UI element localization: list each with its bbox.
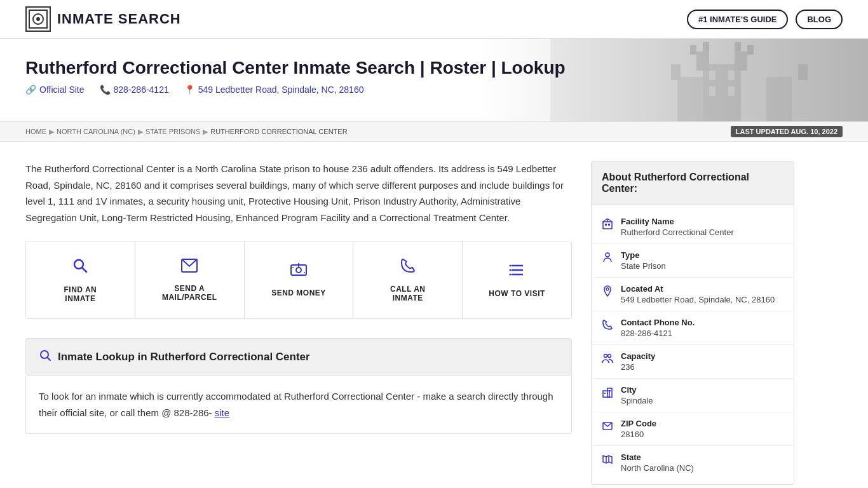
- logo-area: INMATE SEARCH: [25, 6, 181, 32]
- city-content: City Spindale: [621, 385, 653, 405]
- money-icon: [290, 262, 308, 282]
- sidebar-row-phone: Contact Phone No. 828-286-4121: [592, 311, 794, 345]
- logo-svg: [28, 9, 48, 29]
- city-label: City: [621, 385, 653, 395]
- right-sidebar: About Rutherford Correctional Center: Fa…: [591, 161, 794, 485]
- address-info: 📍 549 Ledbetter Road, Spindale, NC, 2816…: [184, 85, 364, 95]
- city-icon: [602, 386, 614, 400]
- facility-name-label: Facility Name: [621, 217, 734, 226]
- svg-rect-44: [603, 391, 609, 397]
- phone-info: 📞 828-286-4121: [100, 85, 169, 95]
- location-label: Located At: [621, 284, 775, 294]
- logo-text: INMATE SEARCH: [57, 11, 181, 27]
- capacity-content: Capacity 236: [621, 351, 655, 372]
- sidebar-card: About Rutherford Correctional Center: Fa…: [591, 161, 794, 485]
- header: INMATE SEARCH #1 INMATE'S GUIDE BLOG: [0, 0, 868, 39]
- search-icon: [71, 257, 89, 279]
- hero-section: Rutherford Correctional Center Inmate Se…: [0, 39, 868, 121]
- person-icon: [602, 252, 614, 266]
- lookup-search-icon: [39, 349, 51, 365]
- breadcrumb-state-prisons[interactable]: STATE PRISONS: [146, 128, 200, 135]
- breadcrumb-sep-3: ▶: [203, 128, 208, 136]
- location-value: 549 Ledbetter Road, Spindale, NC, 28160: [621, 295, 775, 304]
- find-inmate-card[interactable]: FIND ANINMATE: [26, 241, 135, 318]
- send-mail-label: SEND AMAIL/PARCEL: [162, 284, 217, 302]
- mail-zip-icon: [602, 420, 614, 434]
- zip-content: ZIP Code 28160: [621, 419, 656, 439]
- link-icon: 🔗: [25, 85, 36, 95]
- svg-rect-48: [609, 390, 611, 391]
- state-label: State: [621, 452, 694, 462]
- sidebar-row-state: State North Carolina (NC): [592, 446, 794, 479]
- main-content: The Rutherford Correctional Center is a …: [0, 142, 868, 488]
- phone-content: Contact Phone No. 828-286-4121: [621, 318, 695, 338]
- svg-rect-46: [604, 393, 606, 394]
- svg-rect-9: [747, 45, 754, 55]
- send-mail-card[interactable]: SEND AMAIL/PARCEL: [135, 241, 245, 318]
- guide-button[interactable]: #1 INMATE'S GUIDE: [687, 10, 788, 29]
- location-icon: 📍: [184, 85, 195, 95]
- send-money-label: SEND MONEY: [271, 288, 326, 297]
- svg-rect-36: [608, 224, 610, 226]
- page-title: Rutherford Correctional Center Inmate Se…: [25, 58, 566, 78]
- breadcrumb-sep-2: ▶: [138, 128, 143, 136]
- official-site-link[interactable]: 🔗 Official Site: [25, 85, 85, 95]
- svg-rect-35: [605, 224, 607, 226]
- svg-point-2: [36, 17, 40, 21]
- sidebar-row-capacity: Capacity 236: [592, 345, 794, 379]
- svg-marker-50: [603, 456, 612, 463]
- type-content: Type State Prison: [621, 250, 666, 271]
- lookup-site-link[interactable]: site: [215, 407, 229, 418]
- svg-point-40: [606, 253, 609, 257]
- lookup-body: To look for an inmate which is currently…: [25, 376, 572, 434]
- building-icon: [602, 218, 614, 232]
- phone-icon: 📞: [100, 85, 111, 95]
- lookup-section: Inmate Lookup in Rutherford Correctional…: [25, 338, 572, 434]
- zip-label: ZIP Code: [621, 419, 656, 428]
- find-inmate-label: FIND ANINMATE: [64, 285, 97, 303]
- facility-name-content: Facility Name Rutherford Correctional Ce…: [621, 217, 734, 237]
- svg-point-42: [604, 355, 607, 358]
- type-value: State Prison: [621, 261, 666, 271]
- phone-icon: [400, 257, 416, 278]
- city-value: Spindale: [621, 396, 653, 405]
- svg-rect-7: [703, 42, 709, 51]
- svg-rect-8: [735, 42, 741, 51]
- svg-point-41: [606, 288, 609, 290]
- mail-icon: [180, 258, 198, 278]
- left-column: The Rutherford Correctional Center is a …: [25, 161, 572, 485]
- lookup-header-text: Inmate Lookup in Rutherford Correctional…: [58, 351, 310, 363]
- phone-label: Contact Phone No.: [621, 318, 695, 327]
- send-money-card[interactable]: SEND MONEY: [245, 241, 354, 318]
- svg-rect-47: [607, 393, 608, 394]
- call-inmate-label: CALL ANINMATE: [390, 285, 426, 302]
- type-label: Type: [621, 250, 666, 260]
- logo-icon: [25, 6, 51, 32]
- contact-phone-icon: [602, 319, 614, 333]
- sidebar-row-facility: Facility Name Rutherford Correctional Ce…: [592, 210, 794, 244]
- how-to-visit-card[interactable]: HOW TO VISIT: [463, 241, 571, 318]
- breadcrumb-home[interactable]: HOME: [25, 128, 46, 135]
- svg-point-22: [296, 268, 301, 273]
- sidebar-header: About Rutherford Correctional Center:: [592, 161, 794, 205]
- call-inmate-card[interactable]: CALL ANINMATE: [353, 241, 463, 318]
- breadcrumb-nc[interactable]: NORTH CAROLINA (NC): [57, 128, 135, 135]
- breadcrumb-current: RUTHERFORD CORRECTIONAL CENTER: [210, 128, 347, 135]
- meta-info: 🔗 Official Site 📞 828-286-4121 📍 549 Led…: [25, 85, 843, 95]
- breadcrumb-sep-1: ▶: [49, 128, 54, 136]
- blog-button[interactable]: BLOG: [796, 10, 843, 29]
- zip-value: 28160: [621, 430, 656, 439]
- capacity-label: Capacity: [621, 351, 655, 361]
- how-to-visit-label: HOW TO VISIT: [489, 289, 545, 298]
- map-icon: [602, 454, 614, 468]
- action-cards: FIND ANINMATE SEND AMAIL/PARCEL: [25, 241, 572, 319]
- svg-line-19: [83, 268, 87, 273]
- description-text: The Rutherford Correctional Center is a …: [25, 161, 572, 226]
- breadcrumb: HOME ▶ NORTH CAROLINA (NC) ▶ STATE PRISO…: [0, 121, 868, 142]
- sidebar-row-zip: ZIP Code 28160: [592, 412, 794, 446]
- sidebar-row-location: Located At 549 Ledbetter Road, Spindale,…: [592, 278, 794, 311]
- sidebar-body: Facility Name Rutherford Correctional Ce…: [592, 205, 794, 484]
- list-icon: [509, 262, 526, 283]
- breadcrumb-updated: LAST UPDATED AUG. 10, 2022: [731, 126, 843, 137]
- svg-rect-6: [690, 45, 696, 55]
